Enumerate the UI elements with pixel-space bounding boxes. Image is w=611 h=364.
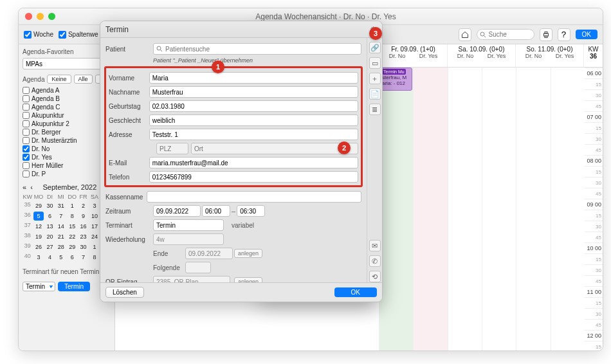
zeit-date-input[interactable] — [153, 205, 201, 217]
appointment[interactable]: Termin Musterfrau, Maria: - 012 — [380, 68, 412, 91]
month-nav: « ‹ September, 2022 — [23, 183, 111, 191]
print-button[interactable] — [540, 28, 552, 41]
help-button[interactable]: ? — [558, 28, 570, 41]
email-input[interactable] — [149, 157, 358, 168]
calendar-column[interactable] — [516, 68, 550, 350]
badge-2: 2 — [338, 141, 351, 154]
btn-keine[interactable]: Keine — [47, 75, 71, 84]
sidebar-item[interactable]: Dr. Musterärztin — [23, 136, 111, 145]
dialog-sidebar: 🔗 ▭ ＋ 📄 ≣ ✉ ✆ ⟲ — [367, 38, 382, 282]
terminart-label: Terminart für neuen Termin — [23, 268, 111, 275]
ok-button[interactable]: OK — [576, 30, 597, 39]
prev-month-icon[interactable]: ‹ — [30, 183, 33, 191]
list-icon[interactable]: ≣ — [369, 104, 381, 115]
terminart-select[interactable]: Termin — [153, 219, 224, 231]
termin-dialog: Termin ⚙ Patient Patient "_Patient _Neue… — [100, 21, 383, 302]
calendar-column[interactable] — [448, 68, 482, 350]
maximize-icon[interactable] — [48, 13, 55, 20]
favorites-label: Agenda-Favoriten — [23, 48, 111, 55]
window-title: Agenda Wochenansicht · Dr. No · Dr. Yes — [55, 12, 596, 21]
agenda-list: Agenda AAgenda BAgenda CAkupunkturAkupun… — [23, 86, 111, 178]
patient-hint[interactable]: Patient "_Patient _Neuer" übernehmen — [153, 57, 361, 64]
adresse-input[interactable] — [149, 129, 358, 140]
svg-point-5 — [157, 46, 161, 50]
favorites-field[interactable] — [23, 58, 111, 69]
sidebar-item[interactable]: Akupunktur 2 — [23, 120, 111, 128]
anlegen-button[interactable]: anlegen — [234, 249, 262, 258]
mini-calendar[interactable]: KWMODIMIDOFRSASO352930311234365678910113… — [23, 194, 111, 262]
phone-icon[interactable]: ✆ — [369, 255, 381, 267]
patient-search-input[interactable] — [153, 43, 361, 55]
search-icon — [156, 45, 163, 53]
op-select[interactable]: 2385_OP-Plan — [153, 276, 230, 282]
badge-3: 3 — [369, 27, 382, 40]
folgende-input[interactable] — [185, 262, 211, 273]
calendar-column[interactable] — [551, 68, 585, 350]
geschlecht-select[interactable]: weiblich — [149, 114, 358, 126]
telefon-input[interactable] — [149, 171, 358, 183]
calendar-column[interactable] — [482, 68, 516, 350]
calendar-column[interactable]: Termin Musterfrau, Maria: - 012 — [379, 68, 413, 350]
svg-point-0 — [480, 32, 484, 36]
sidebar-item[interactable]: Agenda C — [23, 103, 111, 111]
sidebar-item[interactable]: Dr. No — [23, 145, 111, 153]
chk-spaltenwechsel[interactable]: Spaltenwe — [59, 31, 98, 39]
sidebar-item[interactable]: Agenda B — [23, 95, 111, 103]
dialog-ok-button[interactable]: OK — [334, 287, 377, 297]
loeschen-button[interactable]: Löschen — [105, 287, 144, 298]
patient-data-highlight: Vorname Nachname Geburtstag Geschlechtwe… — [104, 66, 363, 187]
window-controls — [25, 13, 55, 20]
sidebar-item[interactable]: Agenda A — [23, 86, 111, 95]
sidebar-item[interactable]: Dr. Berger — [23, 128, 111, 136]
variabel-label: variabel — [232, 222, 254, 229]
op-anlegen-button[interactable]: anlegen — [234, 277, 262, 282]
svg-rect-3 — [545, 36, 547, 38]
close-icon[interactable] — [25, 13, 32, 20]
dialog-title: Termin — [105, 25, 129, 34]
vorname-input[interactable] — [149, 72, 358, 84]
terminart-button[interactable]: Termin — [58, 282, 90, 291]
prev-year-icon[interactable]: « — [23, 183, 26, 191]
file-icon[interactable]: 📄 — [369, 88, 381, 100]
dialog-titlebar: Termin ⚙ — [100, 21, 382, 38]
kassenname-input[interactable] — [147, 191, 361, 203]
plus-icon[interactable]: ＋ — [369, 73, 381, 84]
history-icon[interactable]: ⟲ — [369, 271, 381, 282]
ort-input[interactable] — [191, 143, 358, 154]
card-icon[interactable]: ▭ — [369, 57, 381, 69]
patient-label: Patient — [105, 46, 149, 53]
geburtstag-input[interactable] — [149, 100, 358, 112]
link-icon[interactable]: 🔗 — [369, 42, 381, 53]
badge-1: 1 — [212, 60, 224, 73]
wiederholung-select[interactable]: 4w — [153, 233, 224, 245]
mail-icon[interactable]: ✉ — [369, 240, 381, 251]
zeit-from-input[interactable] — [202, 205, 230, 217]
svg-rect-1 — [543, 33, 548, 36]
month-label: September, 2022 — [37, 183, 103, 191]
terminart-select[interactable]: Termin — [23, 282, 55, 291]
zeit-to-input[interactable] — [237, 205, 265, 217]
plz-input[interactable] — [156, 143, 188, 154]
calendar-column[interactable] — [413, 68, 447, 350]
minimize-icon[interactable] — [37, 13, 44, 20]
home-button[interactable] — [459, 28, 471, 41]
search-icon — [479, 31, 487, 39]
btn-alle[interactable]: Alle — [74, 75, 93, 84]
chk-woche[interactable]: Woche — [24, 31, 53, 39]
sidebar-item[interactable]: Herr Müller — [23, 161, 111, 170]
agenda-label: Agenda — [23, 76, 44, 83]
sidebar-item[interactable]: Dr. Yes — [23, 153, 111, 161]
nachname-input[interactable] — [149, 86, 358, 98]
ende-date-input[interactable] — [185, 248, 233, 259]
svg-rect-2 — [545, 32, 547, 33]
sidebar-item[interactable]: Dr. P — [23, 170, 111, 178]
sidebar-item[interactable]: Akupunktur — [23, 111, 111, 120]
